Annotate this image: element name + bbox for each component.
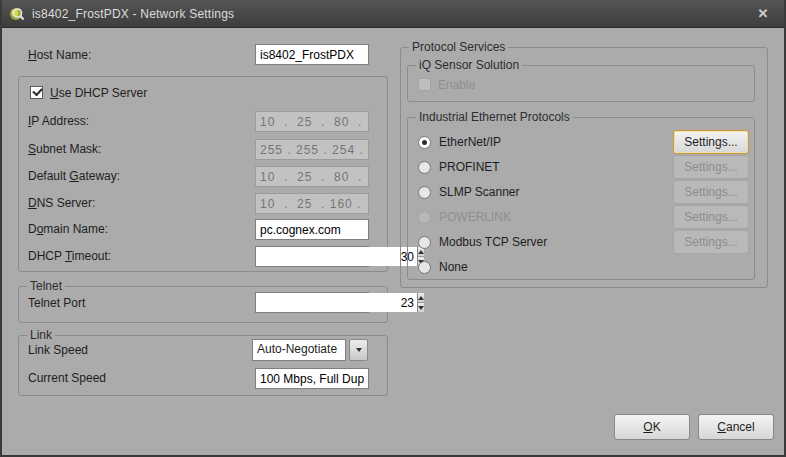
host-name-label: Host Name: [28,48,91,62]
dns-server-input [255,193,369,214]
current-speed-input [255,368,369,389]
left-column: Host Name: Use DHCP Server IP Address: S… [18,28,388,428]
slmp-row: SLMP Scanner Settings... [418,180,746,204]
insight-app-icon [9,6,25,22]
telnet-port-input[interactable] [256,293,417,312]
dhcp-timeout-input[interactable] [256,247,417,266]
dropdown-arrow-icon[interactable] [349,339,368,361]
ok-button[interactable]: OK [614,414,690,440]
right-column: Protocol Services iQ Sensor Solution Ena… [400,28,770,428]
current-speed-label: Current Speed [28,371,106,385]
modbus-label: Modbus TCP Server [439,235,547,249]
slmp-settings-button: Settings... [673,180,749,204]
modbus-row: Modbus TCP Server Settings... [418,230,746,254]
titlebar[interactable]: is8402_FrostPDX - Network Settings ✕ [0,0,786,28]
domain-name-label: Domain Name: [28,222,108,236]
ip-address-input [255,111,369,132]
host-name-input[interactable] [255,44,369,65]
iq-sensor-group: iQ Sensor Solution Enable [407,58,755,102]
modbus-settings-button: Settings... [673,230,749,254]
dns-server-label: DNS Server: [28,196,95,210]
cancel-button[interactable]: Cancel [698,414,774,440]
link-speed-label: Link Speed [28,343,88,357]
close-icon[interactable]: ✕ [740,0,786,28]
powerlink-row: POWERLINK Settings... [418,205,746,229]
ethernet-ip-label: EtherNet/IP [439,135,501,149]
powerlink-label: POWERLINK [439,210,511,224]
telnet-port-label: Telnet Port [28,296,85,310]
telnet-port-stepper [255,292,369,313]
protocol-services-group: Protocol Services iQ Sensor Solution Ena… [400,40,768,288]
ethernet-ip-settings-button[interactable]: Settings... [673,130,749,154]
iep-group: Industrial Ethernet Protocols EtherNet/I… [407,110,755,280]
network-settings-dialog: is8402_FrostPDX - Network Settings ✕ Hos… [0,0,786,457]
profinet-label: PROFINET [439,160,500,174]
domain-name-input[interactable] [255,219,369,240]
powerlink-settings-button: Settings... [673,205,749,229]
link-speed-value: Auto-Negotiate [252,339,346,361]
powerlink-radio [418,211,431,224]
link-speed-dropdown[interactable]: Auto-Negotiate [252,339,368,361]
none-label: None [439,260,468,274]
iep-legend: Industrial Ethernet Protocols [416,110,573,124]
dhcp-timeout-label: DHCP Timeout: [28,249,111,263]
profinet-radio[interactable] [418,161,431,174]
link-legend: Link [27,328,55,342]
ethernet-ip-row: EtherNet/IP Settings... [418,130,746,154]
slmp-label: SLMP Scanner [439,185,520,199]
telnet-legend: Telnet [27,279,65,293]
iq-enable-label: Enable [438,78,475,92]
iq-enable-checkbox [418,78,431,91]
subnet-mask-label: Subnet Mask: [28,142,101,156]
profinet-row: PROFINET Settings... [418,155,746,179]
slmp-radio[interactable] [418,186,431,199]
use-dhcp-label: Use DHCP Server [50,86,147,100]
modbus-radio[interactable] [418,236,431,249]
subnet-mask-input [255,139,369,160]
profinet-settings-button: Settings... [673,155,749,179]
use-dhcp-checkbox[interactable] [30,86,43,99]
dhcp-timeout-stepper [255,246,369,267]
default-gateway-input [255,166,369,187]
protocol-services-legend: Protocol Services [409,40,508,54]
none-row: None [418,255,746,279]
iq-sensor-legend: iQ Sensor Solution [416,58,522,72]
default-gateway-label: Default Gateway: [28,169,120,183]
ethernet-ip-radio[interactable] [418,136,431,149]
window-title: is8402_FrostPDX - Network Settings [32,7,234,21]
none-radio[interactable] [418,261,431,274]
ip-address-label: IP Address: [28,114,89,128]
